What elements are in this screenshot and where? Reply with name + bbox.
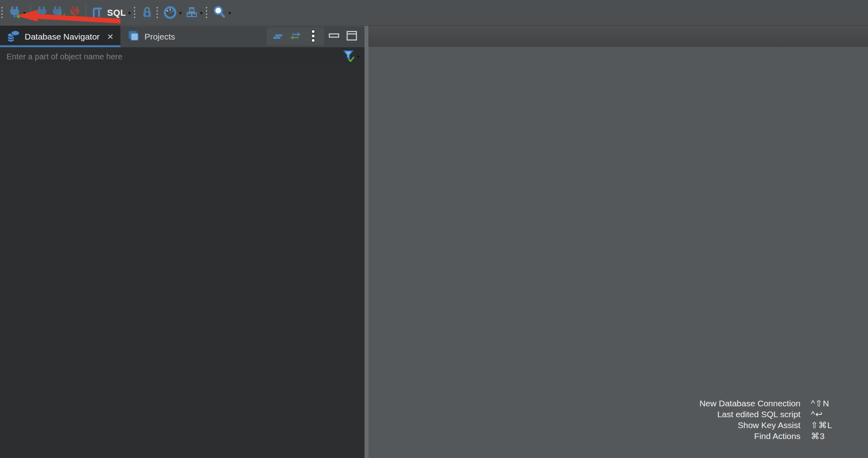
- driver-manager-button[interactable]: ▾: [183, 3, 204, 23]
- filter-settings-button[interactable]: ▾: [342, 49, 360, 64]
- tab-label: Database Navigator: [25, 32, 100, 42]
- collapse-all-icon: [272, 30, 284, 44]
- dashboard-button[interactable]: ▾: [162, 3, 183, 23]
- chevron-down-icon[interactable]: ▾: [200, 10, 203, 16]
- toolbar-drag-handle[interactable]: [1, 6, 3, 20]
- lock-workspace-button[interactable]: [139, 3, 155, 23]
- shortcut-label: Show Key Assist: [737, 421, 800, 429]
- filter-check-icon: [342, 49, 355, 64]
- reconnect-button[interactable]: [50, 3, 67, 23]
- sql-button-label: SQL: [107, 8, 126, 18]
- toolbar-drag-handle[interactable]: [134, 6, 135, 20]
- minimize-button[interactable]: [328, 30, 340, 44]
- projects-icon: [126, 29, 140, 44]
- disconnect-button[interactable]: [67, 3, 83, 23]
- toolbar-separator: [30, 5, 31, 21]
- tabstrip-spacer: [181, 26, 267, 47]
- panel-resize-sash[interactable]: [364, 26, 369, 458]
- chevron-down-icon[interactable]: ▾: [228, 10, 231, 16]
- link-editor-icon: [289, 29, 302, 44]
- toolbar-separator: [86, 5, 86, 21]
- editor-tabstrip: [369, 26, 868, 47]
- gauge-icon: [163, 5, 177, 21]
- tab-label: Projects: [144, 32, 175, 42]
- packages-icon: [185, 6, 198, 20]
- view-toolbar: [267, 27, 324, 46]
- shortcut-label: Find Actions: [754, 432, 800, 440]
- sql-icon: [91, 5, 104, 21]
- database-icon: [6, 29, 21, 45]
- search-button[interactable]: ▾: [211, 3, 233, 23]
- view-tabstrip: Database Navigator ✕ Projects: [0, 26, 364, 47]
- shortcut-hints: New Database Connection ^⇧N Last edited …: [699, 399, 832, 440]
- workspace-content: Database Navigator ✕ Projects: [0, 26, 868, 458]
- plug-disconnect-icon: [68, 6, 81, 20]
- link-with-editor-button[interactable]: [288, 29, 303, 45]
- kebab-menu-icon: [310, 29, 316, 45]
- view-menu-button[interactable]: [305, 29, 321, 45]
- navigator-tree-area[interactable]: [0, 66, 364, 458]
- maximize-button[interactable]: [346, 30, 358, 44]
- toolbar-drag-handle[interactable]: [206, 6, 207, 20]
- panel-window-controls: [324, 26, 364, 47]
- sql-editor-button[interactable]: SQL ▾: [89, 3, 133, 23]
- close-icon[interactable]: ✕: [106, 32, 115, 42]
- plug-refresh-icon: [51, 6, 65, 20]
- database-navigator-panel: Database Navigator ✕ Projects: [0, 26, 364, 458]
- editor-empty-background[interactable]: New Database Connection ^⇧N Last edited …: [369, 47, 868, 458]
- lock-icon: [141, 6, 154, 20]
- new-database-connection-button[interactable]: ▾: [6, 3, 27, 23]
- object-filter-row: Enter a part of object name here ▾: [0, 47, 364, 66]
- object-name-search-input[interactable]: Enter a part of object name here: [6, 52, 342, 61]
- toolbar-drag-handle[interactable]: [156, 6, 158, 20]
- connect-button[interactable]: [34, 3, 50, 23]
- shortcut-keys: ⌘3: [811, 432, 825, 440]
- chevron-down-icon[interactable]: ▾: [357, 54, 360, 59]
- search-icon: [213, 5, 226, 21]
- shortcut-keys: ^↩: [811, 410, 823, 418]
- collapse-all-button[interactable]: [270, 29, 285, 45]
- plug-plus-icon: [8, 6, 21, 20]
- shortcut-label: Last edited SQL script: [717, 410, 801, 418]
- shortcut-keys: ^⇧N: [811, 399, 830, 408]
- editor-area: New Database Connection ^⇧N Last edited …: [369, 26, 868, 458]
- dbeaver-window: ▾: [0, 0, 868, 458]
- main-toolbar: ▾: [0, 0, 868, 26]
- tab-projects[interactable]: Projects: [120, 26, 181, 47]
- chevron-down-icon[interactable]: ▾: [128, 10, 131, 16]
- tab-database-navigator[interactable]: Database Navigator ✕: [0, 26, 120, 47]
- chevron-down-icon[interactable]: ▾: [23, 10, 26, 16]
- plug-icon: [35, 6, 48, 20]
- shortcut-keys: ⇧⌘L: [811, 421, 832, 429]
- chevron-down-icon[interactable]: ▾: [179, 10, 182, 16]
- shortcut-label: New Database Connection: [699, 399, 801, 408]
